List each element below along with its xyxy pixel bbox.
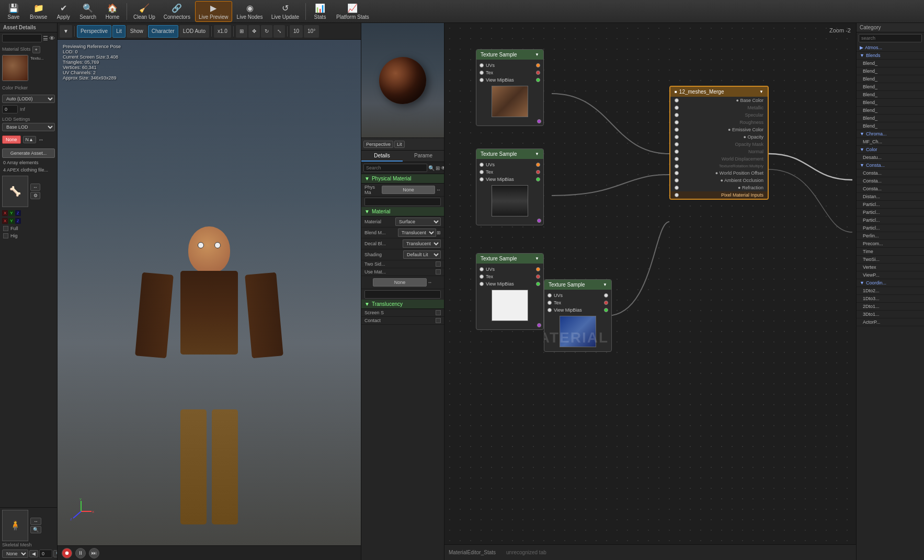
viewport-inner[interactable]: Previewing Reference Pose LOD: 0 Current…: [58, 40, 361, 545]
character-button[interactable]: Character: [148, 25, 178, 38]
subsurface-search[interactable]: [364, 290, 441, 299]
perlin-item[interactable]: Perlin...: [857, 232, 924, 240]
base-lod-dropdown[interactable]: Base LOD: [2, 123, 55, 131]
scale-tool-button[interactable]: ⤡: [273, 25, 285, 38]
skip-button[interactable]: ⏭: [89, 548, 99, 558]
rotate-button[interactable]: ↻: [261, 25, 272, 38]
search-button-2[interactable]: 🔍: [53, 550, 58, 557]
texture-sample-node-2[interactable]: Texture Sample ▼ UVs Tex: [476, 148, 544, 225]
twoside-item[interactable]: TwoSi...: [857, 256, 924, 264]
eye-icon[interactable]: 👁: [49, 35, 55, 41]
consta-item-7[interactable]: Particl...: [857, 216, 924, 224]
screen-s-checkbox[interactable]: [436, 310, 441, 315]
blend-item-8[interactable]: Blend_: [857, 115, 924, 122]
node-canvas[interactable]: Zoom -2 Texture Sample ▼: [444, 23, 856, 560]
merge-node-header[interactable]: ■ 12_meshes_Merge ▼: [670, 87, 768, 97]
actorp-item[interactable]: ActorP...: [857, 318, 924, 326]
browse-button[interactable]: 📁 Browse: [26, 1, 51, 22]
phys-ma-search[interactable]: [364, 198, 441, 206]
consta-item-3[interactable]: Consta...: [857, 185, 924, 193]
save-button[interactable]: 💾 Save: [2, 1, 25, 22]
x-axis-button-2[interactable]: X: [2, 218, 8, 224]
use-mat-checkbox[interactable]: [436, 269, 441, 275]
mid-viewport[interactable]: [361, 23, 444, 138]
palette-atmos-header[interactable]: ▶ Atmos...: [857, 44, 924, 52]
merge-node[interactable]: ■ 12_meshes_Merge ▼ ● Base Color Metalli…: [669, 86, 769, 200]
palette-color-header[interactable]: ▼ Color: [857, 146, 924, 154]
lit-button[interactable]: Lit: [112, 25, 126, 38]
decal-blend-dropdown[interactable]: Translucent: [403, 239, 441, 248]
none-button[interactable]: None: [2, 135, 21, 144]
subsurface-none-button[interactable]: None: [373, 278, 426, 287]
consta-item-5[interactable]: Particl...: [857, 201, 924, 209]
mat-stats-tab-label[interactable]: MaterialEditor_Stats: [449, 550, 496, 555]
live-nodes-button[interactable]: ◉ Live Nodes: [233, 1, 267, 22]
tex-node-1-header[interactable]: Texture Sample ▼: [476, 50, 543, 60]
mid-lit-button[interactable]: Lit: [394, 141, 405, 148]
texture-sample-node-3[interactable]: Texture Sample ▼ UVs Tex: [476, 253, 544, 330]
time-item[interactable]: Time: [857, 248, 924, 256]
phys-ma-arrow[interactable]: ↔: [436, 187, 441, 192]
two-sided-checkbox[interactable]: [436, 261, 441, 267]
chroma-item-1[interactable]: MF_Ch...: [857, 138, 924, 146]
z-axis-button-2[interactable]: Z: [15, 218, 21, 224]
blend-item-5[interactable]: Blend_: [857, 91, 924, 99]
viewp-item[interactable]: ViewP...: [857, 271, 924, 279]
consta-item-8[interactable]: Particl...: [857, 224, 924, 232]
precom-item[interactable]: Precom...: [857, 240, 924, 248]
tex-node-4-expand[interactable]: ▼: [603, 282, 607, 287]
clean-up-button[interactable]: 🧹 Clean Up: [130, 1, 159, 22]
eye-icon-details[interactable]: 👁: [441, 165, 444, 171]
num-input[interactable]: [2, 105, 18, 113]
show-button[interactable]: Show: [127, 25, 147, 38]
fov-button[interactable]: 10°: [304, 25, 319, 38]
tex-node-2-expand[interactable]: ▼: [535, 152, 539, 156]
mid-perspective-button[interactable]: Perspective: [363, 141, 393, 148]
lod-dropdown[interactable]: Auto (LOD0): [2, 95, 55, 103]
material-thumbnail[interactable]: [2, 55, 28, 81]
blend-item-2[interactable]: Blend_: [857, 67, 924, 75]
grid-icon-details[interactable]: ⊞: [436, 165, 440, 171]
texture-sample-node-4[interactable]: Texture Sample ▼ UVs Tex: [544, 279, 612, 352]
blend-item-3[interactable]: Blend_: [857, 75, 924, 83]
platform-stats-button[interactable]: 📈 Platform Stats: [333, 1, 373, 22]
full-checkbox[interactable]: [3, 226, 8, 231]
char-search-button[interactable]: 🔍: [30, 526, 41, 533]
shading-dropdown[interactable]: Default Lit Unlit Subsurface: [403, 250, 441, 259]
add-material-slot-button[interactable]: +: [32, 46, 40, 53]
tex-node-3-header[interactable]: Texture Sample ▼: [476, 254, 543, 264]
tex-node-2-header[interactable]: Texture Sample ▼: [476, 149, 543, 159]
3dto1-item[interactable]: 3Dto1...: [857, 311, 924, 318]
consta-item-6[interactable]: Particl...: [857, 209, 924, 216]
1dto3-item[interactable]: 1Dto3...: [857, 295, 924, 303]
pause-button[interactable]: ⏸: [75, 548, 86, 558]
color-item-1[interactable]: Desatu...: [857, 154, 924, 162]
contact-checkbox[interactable]: [436, 318, 441, 323]
list-view-icon[interactable]: ☰: [43, 35, 48, 42]
palette-coordin-header[interactable]: ▼ Coordin...: [857, 279, 924, 287]
perspective-button[interactable]: Perspective: [77, 25, 111, 38]
consta-item-2[interactable]: Consta...: [857, 177, 924, 185]
char-expand-button[interactable]: ↔: [30, 518, 41, 525]
phys-ma-none-button[interactable]: None: [382, 186, 435, 194]
move-button[interactable]: ✥: [248, 25, 260, 38]
x-axis-button[interactable]: X: [2, 210, 8, 216]
tex-node-3-expand[interactable]: ▼: [535, 256, 539, 261]
blend-item-1[interactable]: Blend_: [857, 60, 924, 67]
blend-item-4[interactable]: Blend_: [857, 83, 924, 91]
palette-search-input[interactable]: [859, 34, 922, 42]
prev-button[interactable]: ◀: [29, 550, 38, 557]
n-up-button[interactable]: N▲: [23, 136, 36, 143]
skeleton-expand-button[interactable]: ↔: [30, 184, 40, 191]
apply-button[interactable]: ✔ Apply: [52, 1, 75, 22]
y-axis-button-2[interactable]: Y: [8, 218, 14, 224]
scale-button[interactable]: x1.0: [214, 25, 231, 38]
y-axis-button[interactable]: Y: [8, 210, 14, 216]
fov-display-button[interactable]: 10: [290, 25, 303, 38]
tex-node-1-expand[interactable]: ▼: [535, 52, 539, 57]
blend-item-6[interactable]: Blend_: [857, 99, 924, 107]
subsurface-arrow[interactable]: ↔: [428, 280, 432, 285]
1dto2-item[interactable]: 1Dto2...: [857, 287, 924, 295]
physical-material-section-header[interactable]: ▼ Physical Material: [361, 174, 444, 184]
loc-input[interactable]: [39, 550, 52, 558]
